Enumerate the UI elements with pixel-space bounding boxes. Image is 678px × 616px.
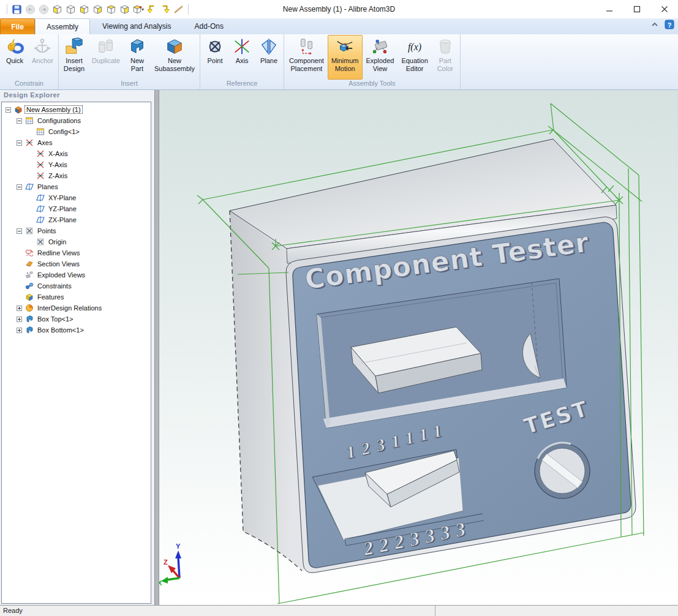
expand-icon[interactable] [17,328,22,333]
interdesign-icon [25,304,34,312]
window-title: New Assembly (1) - Alibre Atom3D [283,0,395,18]
tree-item-configurations[interactable]: Configurations [2,115,151,126]
ribbon-button-duplicate[interactable]: Duplicate [88,35,124,80]
axis-icon [36,160,45,169]
view-right-icon[interactable] [92,4,104,15]
ribbon-button-insert-design[interactable]: InsertDesign [60,35,88,80]
svg-text:?: ? [668,21,672,29]
tree-item-points[interactable]: Points [2,225,151,236]
tree-item-constraints[interactable]: Constraints [2,280,151,291]
tree-item-section-views[interactable]: Section Views [2,258,151,269]
dropdown-caret-icon[interactable]: ▾ [141,7,144,12]
design-explorer-title: Design Explorer [4,91,60,99]
status-text: Ready [3,607,23,614]
roll-left-icon[interactable] [146,4,157,15]
insert-design-icon [64,37,84,56]
collapse-icon[interactable] [17,228,22,234]
view-top-icon[interactable] [105,4,117,15]
ribbon-button-label: Plane [260,57,277,65]
close-button[interactable] [650,0,678,18]
ribbon-button-new-subassembly[interactable]: NewSubassembly [151,35,198,80]
tree-item-x-axis[interactable]: X-Axis [2,148,151,159]
ribbon-group-label: Assembly Tools [285,80,459,89]
axis-icon [25,138,34,147]
maximize-button[interactable] [623,0,650,18]
tree-item-exploded-views[interactable]: Exploded Views [2,269,151,280]
help-icon[interactable]: ? [665,20,674,29]
tree-item-label: Exploded Views [36,271,86,279]
tree-item-yz-plane[interactable]: YZ-Plane [2,203,151,214]
tree-item-label: Constraints [36,282,73,290]
minimum-motion-icon [335,37,355,56]
tree-item-label: Y-Axis [47,161,69,168]
model-component-tester[interactable]: Component Tester Component Tester TEST T… [230,139,636,573]
tree-item-box-top-1[interactable]: Box Top<1> [2,314,151,325]
undo-icon[interactable] [24,4,36,15]
roll-right-icon[interactable] [159,4,171,15]
tree-item-new-assembly-1[interactable]: New Assembly (1) [2,104,151,115]
triad-x-label: X [159,579,162,587]
view-isometric-icon[interactable]: ▾ [132,4,144,15]
ribbon-button-axis[interactable]: Axis [228,35,255,80]
tab-add-ons[interactable]: Add-Ons [184,18,235,34]
ribbon-button-label: Quick [6,57,23,65]
minimize-button[interactable] [595,0,623,18]
collapse-icon[interactable] [17,184,22,190]
save-icon[interactable] [11,4,23,15]
tree-item-axes[interactable]: Axes [2,137,151,148]
view-front-icon[interactable] [51,4,63,15]
ribbon-button-minimum-motion[interactable]: MinimumMotion [328,35,363,80]
tree-item-label: Planes [36,183,59,190]
ribbon-button-component-placement[interactable]: ComponentPlacement [285,35,328,80]
tree-item-features[interactable]: Features [2,291,151,302]
panel-splitter[interactable] [154,90,159,605]
collapse-icon[interactable] [6,107,11,113]
collapse-icon[interactable] [17,140,22,146]
ribbon-button-point[interactable]: Point [202,35,228,80]
tree-item-zx-plane[interactable]: ZX-Plane [2,214,151,225]
ribbon-button-exploded-view[interactable]: ExplodedView [363,35,398,80]
collapse-icon[interactable] [17,118,22,124]
redo-icon[interactable] [38,4,50,15]
tree-item-y-axis[interactable]: Y-Axis [2,159,151,170]
ribbon-button-new-part[interactable]: NewPart [124,35,151,80]
view-wireframe-icon[interactable] [65,4,77,15]
tree-item-planes[interactable]: Planes [2,181,151,192]
tree-item-origin[interactable]: Origin [2,236,151,247]
view-bottom-icon[interactable] [119,4,130,15]
tree-item-redline-views[interactable]: Redline Views [2,247,151,258]
ribbon-tab-bar: FileAssemblyViewing and AnalysisAdd-Ons [0,18,678,34]
viewport-panel: Component Tester Component Tester TEST T… [159,90,678,605]
tree-item-label: Box Bottom<1> [36,326,85,334]
tree-item-z-axis[interactable]: Z-Axis [2,170,151,181]
ribbon-button-anchor[interactable]: Anchor [28,35,57,80]
measure-icon[interactable] [173,4,184,15]
tree-item-box-bottom-1[interactable]: Box Bottom<1> [2,325,151,336]
tree-item-label: Box Top<1> [36,315,75,323]
ribbon-button-quick[interactable]: Quick [1,35,28,80]
ribbon-button-part-color[interactable]: PartColor [432,35,459,80]
tree-item-label: Config<1> [47,128,81,135]
ribbon-group-label: Reference [202,80,282,89]
view-left-icon[interactable] [78,4,90,15]
tree-item-label: Axes [36,139,53,146]
tab-viewing-and-analysis[interactable]: Viewing and Analysis [91,18,183,34]
expand-icon[interactable] [17,317,22,322]
ribbon-button-label: MinimumMotion [331,57,359,72]
tree-item-xy-plane[interactable]: XY-Plane [2,192,151,203]
expand-icon[interactable] [17,306,22,311]
tree-item-label: New Assembly (1) [25,106,82,113]
tab-file[interactable]: File [0,18,35,34]
test-screw[interactable] [535,443,590,498]
ribbon-button-plane[interactable]: Plane [255,35,282,80]
exploded-view-icon [370,37,390,56]
tree-item-interdesign-relations[interactable]: InterDesign Relations [2,302,151,314]
3d-viewport[interactable]: Component Tester Component Tester TEST T… [159,90,678,605]
ribbon-button-label: PartColor [437,57,453,72]
chevron-up-icon[interactable] [650,20,660,29]
tab-assembly[interactable]: Assembly [35,18,90,34]
ribbon-button-equation-editor[interactable]: f(x)EquationEditor [397,35,431,80]
toolbar-separator [7,4,7,14]
tree-item-config-1[interactable]: Config<1> [2,126,151,137]
section-icon [25,260,34,268]
